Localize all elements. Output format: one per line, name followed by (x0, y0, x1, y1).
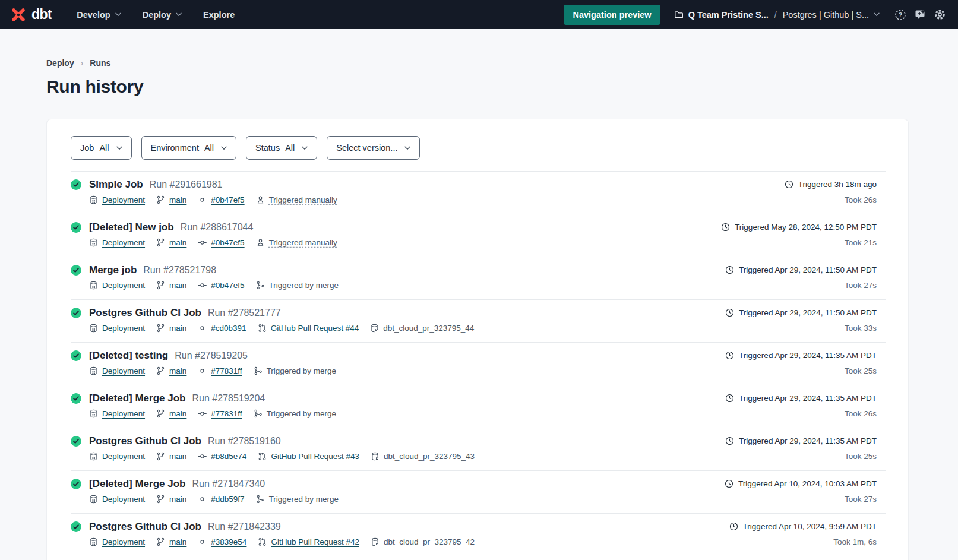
run-row[interactable]: Merge job Run #278521798 Deployment main… (71, 257, 886, 299)
environment-info: Deployment (89, 452, 145, 461)
nav-item-deploy[interactable]: Deploy (143, 10, 182, 20)
pull-request-link[interactable]: GitHub Pull Request #42 (271, 537, 359, 546)
pull-request-link[interactable]: GitHub Pull Request #43 (271, 452, 359, 461)
branch-link[interactable]: main (169, 281, 186, 290)
git-commit-icon (198, 324, 207, 333)
pull-request-icon (258, 452, 267, 461)
run-row[interactable]: SImple Job Run #291661981 Deployment mai… (71, 171, 886, 214)
commit-link[interactable]: #0b47ef5 (211, 281, 244, 290)
commit-link[interactable]: #77831ff (211, 366, 242, 375)
run-job-name[interactable]: [Deleted] testing (89, 350, 168, 362)
git-merge-icon (254, 409, 263, 418)
branch-link[interactable]: main (169, 238, 186, 247)
commit-link[interactable]: #ddb59f7 (211, 495, 244, 504)
database-icon (89, 495, 98, 504)
account-selector[interactable]: Q Team Pristine S... (674, 10, 769, 20)
commit-link[interactable]: #cd0b391 (211, 324, 246, 333)
chevron-down-icon (302, 146, 308, 150)
person-icon (256, 238, 265, 247)
environment-link[interactable]: Deployment (102, 195, 145, 204)
environment-link[interactable]: Deployment (102, 238, 145, 247)
navigation-preview-button[interactable]: Navigation preview (564, 5, 660, 25)
environment-link[interactable]: Deployment (102, 452, 145, 461)
run-job-name[interactable]: Postgres Github CI Job (89, 435, 201, 447)
run-meta: Deployment main #ddb59f7 Triggered by me… (89, 495, 339, 504)
run-job-name[interactable]: Postgres Github CI Job (89, 521, 201, 533)
chevron-down-icon (874, 12, 880, 17)
branch-link[interactable]: main (169, 366, 186, 375)
branch-link[interactable]: main (169, 452, 186, 461)
branch-link[interactable]: main (169, 195, 186, 204)
trigger-label[interactable]: Triggered manually (269, 238, 337, 247)
nav-item-develop[interactable]: Develop (77, 10, 121, 20)
commit-link[interactable]: #b8d5e74 (211, 452, 246, 461)
dbt-logo-text: dbt (31, 7, 52, 23)
run-main: Postgres Github CI Job Run #271842339 De… (89, 521, 475, 556)
environment-link[interactable]: Deployment (102, 324, 145, 333)
success-status-icon (71, 265, 81, 276)
breadcrumb-runs[interactable]: Runs (90, 58, 110, 68)
success-status-icon (71, 222, 81, 233)
run-job-name[interactable]: Postgres Github CI Job (89, 307, 201, 319)
dbt-logo[interactable]: dbt (10, 6, 52, 24)
run-job-name[interactable]: SImple Job (89, 179, 143, 191)
branch-link[interactable]: main (169, 324, 186, 333)
pull-request-link[interactable]: GitHub Pull Request #44 (271, 324, 359, 333)
run-row[interactable]: [Deleted] testing Run #278519205 Deploym… (71, 342, 886, 385)
run-job-name[interactable]: Merge job (89, 264, 137, 276)
clock-icon (725, 479, 733, 488)
environment-link[interactable]: Deployment (102, 281, 145, 290)
status-filter[interactable]: Status All (246, 136, 317, 160)
branch-link[interactable]: main (169, 409, 186, 418)
triggered-time-label: Triggered Apr 29, 2024, 11:35 AM PDT (739, 351, 877, 360)
nav-item-explore[interactable]: Explore (203, 10, 235, 20)
help-button[interactable]: ? (894, 9, 906, 21)
branch-info: main (156, 537, 186, 546)
environment-link[interactable]: Deployment (102, 537, 145, 546)
branch-info: main (156, 452, 186, 461)
run-meta: Deployment main #3839e54 GitHub Pull Req… (89, 537, 475, 546)
clock-icon (725, 308, 734, 317)
run-job-name[interactable]: [Deleted] New job (89, 222, 174, 233)
branch-link[interactable]: main (169, 495, 186, 504)
commit-link[interactable]: #77831ff (211, 409, 242, 418)
environment-link[interactable]: Deployment (102, 366, 145, 375)
run-row[interactable]: Postgres Github CI Job Run #278521777 De… (71, 299, 886, 342)
run-job-name[interactable]: [Deleted] Merge Job (89, 393, 185, 404)
commit-link[interactable]: #3839e54 (211, 537, 246, 546)
environment-filter[interactable]: Environment All (141, 136, 237, 160)
run-row[interactable]: [Deleted] Merge Job Run #271847340 Deplo… (71, 470, 886, 513)
environment-info: Deployment (89, 366, 145, 375)
trigger-label[interactable]: Triggered manually (269, 195, 337, 204)
success-status-icon (71, 350, 81, 361)
run-job-name[interactable]: [Deleted] Merge Job (89, 478, 185, 490)
feedback-button[interactable] (914, 9, 926, 21)
account-name: Q Team Pristine S... (688, 10, 769, 20)
commit-link[interactable]: #0b47ef5 (211, 238, 244, 247)
run-history-card: Job All Environment All Status All Selec… (46, 119, 909, 560)
clock-icon (725, 394, 734, 403)
run-row[interactable]: Postgres Github CI Job Run #271842339 De… (71, 513, 886, 556)
environment-link[interactable]: Deployment (102, 495, 145, 504)
environment-link[interactable]: Deployment (102, 409, 145, 418)
run-row[interactable]: [Deleted] New job Run #288617044 Deploym… (71, 214, 886, 257)
breadcrumb-deploy[interactable]: Deploy (46, 58, 74, 68)
triggered-time-label: Triggered Apr 10, 2024, 10:03 AM PDT (738, 479, 877, 488)
trigger-info: GitHub Pull Request #42 (258, 537, 359, 546)
job-filter[interactable]: Job All (71, 136, 132, 160)
chevron-down-icon (115, 12, 121, 17)
run-list: SImple Job Run #291661981 Deployment mai… (71, 171, 886, 556)
run-row[interactable]: [Deleted] Merge Job Run #278519204 Deplo… (71, 385, 886, 428)
gear-icon (934, 8, 946, 21)
project-selector[interactable]: Postgres | Github | S... (783, 10, 880, 20)
version-filter[interactable]: Select version... (327, 136, 420, 160)
triggered-time-label: Triggered Apr 29, 2024, 11:35 AM PDT (739, 436, 877, 445)
trigger-info: Triggered by merge (254, 366, 336, 375)
branch-link[interactable]: main (169, 537, 186, 546)
run-status (71, 436, 81, 470)
run-row[interactable]: Postgres Github CI Job Run #278519160 De… (71, 428, 886, 470)
commit-link[interactable]: #0b47ef5 (211, 195, 244, 204)
trigger-label: Triggered by merge (269, 281, 339, 290)
settings-button[interactable] (934, 8, 946, 21)
breadcrumb-slash: / (774, 10, 777, 20)
